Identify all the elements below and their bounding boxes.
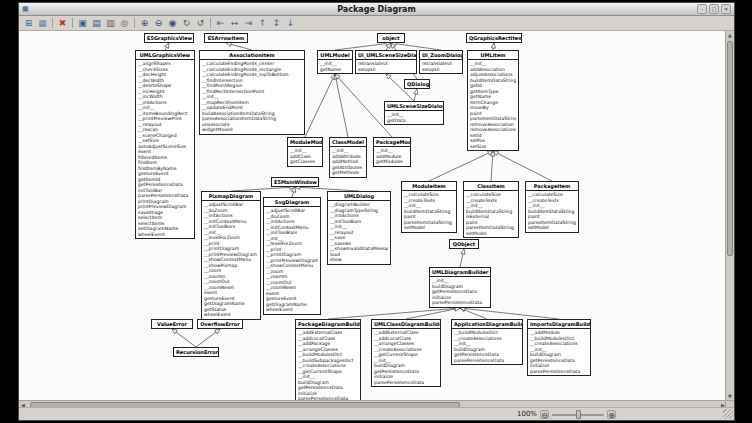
class-box-overflowerror[interactable]: OverflowError	[197, 319, 243, 329]
class-name: UMLDialog	[328, 192, 390, 201]
class-name: ApplicationDiagramBuilder	[452, 320, 522, 329]
align-top-icon[interactable]: ↑	[256, 17, 269, 29]
class-name: OverflowError	[198, 320, 242, 328]
zoom-widget: 100% ⊖ ⊕	[517, 408, 616, 420]
class-name: ClassModel	[330, 138, 366, 147]
class-box-qdialog[interactable]: QDialog	[404, 79, 430, 89]
resize-grip[interactable]	[723, 409, 733, 419]
class-name: Ui_ZoomDialog	[420, 51, 462, 60]
class-box-e5graphicsview[interactable]: E5GraphicsView	[144, 33, 194, 43]
class-box-packagediagrambuilder[interactable]: PackageDiagramBuilder__addExternalClass_…	[295, 319, 361, 400]
diagram-icon[interactable]: ▦	[36, 17, 49, 29]
class-box-modulemodel[interactable]: ModuleModel__init__addClassgetClasses	[287, 137, 323, 167]
align-vcenter-icon[interactable]: ↕	[270, 17, 283, 29]
align-bottom-icon[interactable]: ↓	[284, 17, 297, 29]
class-box-packagemodel[interactable]: PackageModel__init__addModulegetModules	[373, 137, 411, 167]
class-members: __addExternalClass__addLocalClass__addPa…	[296, 329, 360, 400]
class-members: __addExternalClass__addLocalClass__arran…	[372, 329, 440, 386]
class-box-e5arrowitem[interactable]: E5ArrowItem	[204, 33, 248, 43]
class-members: __calculateSize__createTexts__init__buil…	[526, 191, 578, 232]
class-name: UMLModel	[318, 51, 352, 60]
titlebar-buttons: – □ ✕	[697, 4, 731, 14]
class-box-umldiagrambuilder[interactable]: UMLDiagramBuilder__init__buildDiagramget…	[429, 267, 491, 308]
class-box-umlgraphicsview[interactable]: UMLGraphicsView__alignShapes__checkSizes…	[135, 50, 195, 239]
app-window: ▦ Package Diagram – □ ✕ ⊞▦✖▣▤▥◎⊕⊖◉↻↺⇤↔⇥↑…	[18, 2, 735, 421]
class-box-packageitem[interactable]: PackageItem__calculateSize__createTexts_…	[525, 181, 579, 233]
new-window-icon[interactable]: ⊞	[22, 17, 35, 29]
class-members: __init__addClassgetClasses	[288, 147, 322, 166]
zoom-in-button[interactable]: ⊕	[607, 410, 616, 419]
zoom-out-button[interactable]: ⊖	[540, 410, 549, 419]
class-name: UMLClassDiagramBuilder	[372, 320, 440, 329]
class-name: object	[378, 34, 404, 42]
vertical-scrollbar[interactable]: ▲ ▼	[725, 31, 734, 400]
maximize-button[interactable]: □	[709, 4, 719, 14]
scroll-down-icon[interactable]: ▼	[726, 392, 734, 400]
zoom-slider-handle[interactable]	[576, 410, 581, 419]
zoom-reset-icon[interactable]: ◉	[166, 17, 179, 29]
class-box-object[interactable]: object	[377, 33, 405, 43]
class-members: __diagramBuilder__diagramTypeString__ini…	[328, 201, 390, 264]
class-box-e5mainwindow[interactable]: E5MainWindow	[271, 177, 319, 187]
class-name: AssociationItem	[200, 51, 304, 60]
class-box-qgraphicsrectitem[interactable]: QGraphicsRectItem	[466, 33, 522, 43]
class-box-importsdiagrambuilder[interactable]: ImportsDiagramBuilder__addModule__buildM…	[527, 319, 591, 376]
vertical-scrollbar-thumb[interactable]	[727, 41, 733, 256]
statusbar: 100% ⊖ ⊕	[19, 407, 734, 420]
rescan-icon[interactable]: ↺	[194, 17, 207, 29]
class-box-pixmapdiagram[interactable]: PixmapDiagram__adjustScrollBar__doZoom__…	[201, 191, 261, 320]
class-members: __calculateSize__createTexts__init__buil…	[464, 191, 518, 237]
toolbar-separator	[52, 18, 53, 28]
scroll-up-icon[interactable]: ▲	[726, 31, 734, 39]
class-box-classitem[interactable]: ClassItem__calculateSize__createTexts__i…	[463, 181, 519, 238]
save-icon[interactable]: ▣	[76, 17, 89, 29]
class-name: PixmapDiagram	[202, 192, 260, 201]
class-box-ui_umlscenesizedialog[interactable]: Ui_UMLSceneSizeDialogretranslateUisetupU…	[355, 50, 417, 74]
class-name: UMLGraphicsView	[136, 51, 194, 60]
close-icon[interactable]: ✖	[56, 17, 69, 29]
print-icon[interactable]: ▥	[104, 17, 117, 29]
class-box-umlclassdiagrambuilder[interactable]: UMLClassDiagramBuilder__addExternalClass…	[371, 319, 441, 387]
class-members: __addModule__buildModulesDict__createAss…	[528, 329, 590, 375]
diagram-canvas[interactable]: E5GraphicsViewE5ArrowItemobjectQGraphics…	[19, 31, 727, 400]
class-name: UMLSceneSizeDialog	[385, 102, 443, 111]
class-name: ModuleModel	[288, 138, 322, 147]
zoom-out-icon[interactable]: ⊖	[152, 17, 165, 29]
class-name: QGraphicsRectItem	[467, 34, 521, 42]
class-box-svgdiagram[interactable]: SvgDiagram__adjustScrollBar__doZoom__ini…	[263, 197, 321, 315]
zoom-slider[interactable]	[552, 410, 604, 419]
class-name: QDialog	[405, 80, 429, 88]
align-hcenter-icon[interactable]: ↔	[228, 17, 241, 29]
class-members: __buildModulesDict__createAssociations__…	[452, 329, 522, 364]
class-box-umldialog[interactable]: UMLDialog__diagramBuilder__diagramTypeSt…	[327, 191, 391, 265]
align-right-icon[interactable]: ⇥	[242, 17, 255, 29]
class-box-associationitem[interactable]: AssociationItem__calculateEndingPoints_c…	[199, 50, 305, 135]
class-members: __init__getName	[318, 60, 352, 73]
class-box-ui_zoomdialog[interactable]: Ui_ZoomDialogretranslateUisetupUi	[419, 50, 463, 74]
class-box-umlitem[interactable]: UMLItem__init__addAssociationadjustAssoc…	[467, 50, 519, 151]
class-box-umlmodel[interactable]: UMLModel__init__getName	[317, 50, 353, 74]
class-box-qobject[interactable]: QObject	[449, 239, 479, 249]
class-box-valueerror[interactable]: ValueError	[151, 319, 193, 329]
relayout-icon[interactable]: ↻	[180, 17, 193, 29]
class-name: ClassItem	[464, 182, 518, 191]
class-box-recursionerror[interactable]: RecursionError	[173, 347, 219, 357]
class-members: __alignShapes__checkSizes__decHeight__de…	[136, 60, 194, 238]
save-as-icon[interactable]: ▤	[90, 17, 103, 29]
class-members: __calculateSize__createTexts__init__buil…	[402, 191, 456, 232]
align-left-icon[interactable]: ⇤	[214, 17, 227, 29]
class-members: retranslateUisetupUi	[420, 60, 462, 73]
toolbar-separator	[72, 18, 73, 28]
class-box-umlscenesizedialog[interactable]: UMLSceneSizeDialog__init__getData	[384, 101, 444, 125]
class-members: __init__buildDiagramgetPersistenceDatain…	[430, 277, 490, 307]
zoom-in-icon[interactable]: ⊕	[138, 17, 151, 29]
titlebar[interactable]: ▦ Package Diagram – □ ✕	[19, 3, 734, 16]
print-preview-icon[interactable]: ◎	[118, 17, 131, 29]
class-box-classmodel[interactable]: ClassModel__init__addAttributeaddMethodg…	[329, 137, 367, 178]
class-box-moduleitem[interactable]: ModuleItem__calculateSize__createTexts__…	[401, 181, 457, 233]
minimize-button[interactable]: –	[697, 4, 707, 14]
class-box-applicationdiagrambuilder[interactable]: ApplicationDiagramBuilder__buildModulesD…	[451, 319, 523, 365]
class-name: E5MainWindow	[272, 178, 318, 186]
class-name: UMLDiagramBuilder	[430, 268, 490, 277]
close-button[interactable]: ✕	[721, 4, 731, 14]
